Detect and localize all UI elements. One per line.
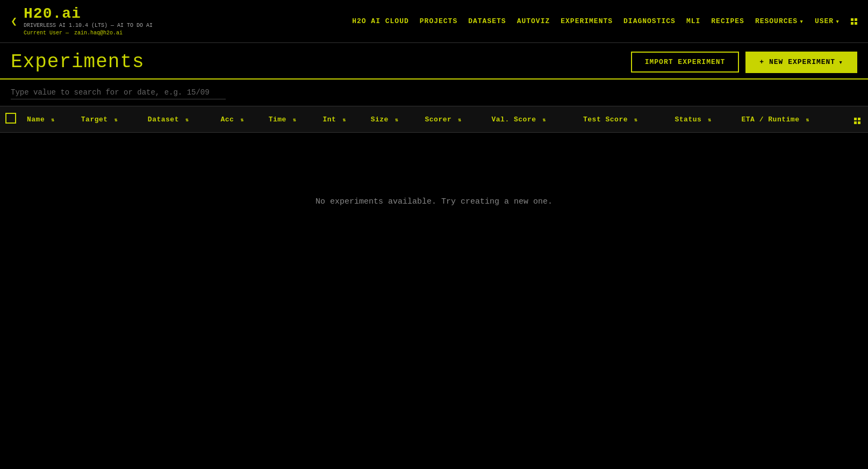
new-experiment-arrow-icon: ▾ [838,58,843,67]
logo-section: ❮ H20.ai DRIVERLESS AI 1.10.4 (LTS) — AI… [11,5,153,37]
nav-recipes[interactable]: RECIPES [711,17,744,25]
sort-target-icon: ⇅ [114,117,118,123]
experiments-table: Name ⇅ Target ⇅ Dataset ⇅ Acc ⇅ Time ⇅ [0,106,868,271]
nav-experiments[interactable]: EXPERIMENTS [561,17,613,25]
subtitle-line2: Current User — zain.haq@h2o.ai [24,30,153,37]
nav-autoviz[interactable]: AUTOVIZ [517,17,550,25]
sort-val-score-icon: ⇅ [543,117,547,123]
col-grid-options[interactable] [847,106,868,133]
sort-size-icon: ⇅ [395,117,399,123]
search-section [0,80,868,106]
sort-eta-runtime-icon: ⇅ [806,117,810,123]
search-input[interactable] [11,86,226,99]
nav-diagnostics[interactable]: DIAGNOSTICS [623,17,676,25]
nav-user[interactable]: USER ▾ [815,17,840,26]
import-experiment-button[interactable]: IMPORT EXPERIMENT [631,52,740,73]
page-title: Experiments [11,51,145,73]
top-navigation: ❮ H20.ai DRIVERLESS AI 1.10.4 (LTS) — AI… [0,0,868,43]
sort-dataset-icon: ⇅ [185,117,189,123]
empty-state-row: No experiments available. Try creating a… [0,133,868,271]
col-val-score[interactable]: Val. Score ⇅ [486,106,578,133]
subtitle-user-email[interactable]: zain.haq@h2o.ai [74,30,123,36]
logo-brand: H20.ai DRIVERLESS AI 1.10.4 (LTS) — AI T… [24,5,153,37]
col-time[interactable]: Time ⇅ [263,106,318,133]
sort-acc-icon: ⇅ [241,117,245,123]
col-name[interactable]: Name ⇅ [21,106,76,133]
col-size[interactable]: Size ⇅ [365,106,420,133]
subtitle-user-prefix: Current User — [24,30,69,36]
columns-toggle-icon[interactable] [854,118,860,124]
new-experiment-label: + NEW EXPERIMENT [759,58,835,66]
nav-links: H2O AI CLOUD PROJECTS DATASETS AUTOVIZ E… [352,17,857,26]
col-status[interactable]: Status ⇅ [669,106,736,133]
select-all-column[interactable] [0,106,21,133]
col-dataset[interactable]: Dataset ⇅ [142,106,216,133]
empty-message: No experiments available. Try creating a… [0,133,868,271]
sort-time-icon: ⇅ [293,117,297,123]
new-experiment-button[interactable]: + NEW EXPERIMENT ▾ [745,52,857,73]
sort-scorer-icon: ⇅ [458,117,462,123]
subtitle-line1: DRIVERLESS AI 1.10.4 (LTS) — AI TO DO AI [24,22,153,30]
logo-text: H20.ai [24,5,153,22]
col-test-score[interactable]: Test Score ⇅ [578,106,669,133]
table-header: Name ⇅ Target ⇅ Dataset ⇅ Acc ⇅ Time ⇅ [0,106,868,133]
logo-chevron-icon: ❮ [11,15,17,28]
col-target[interactable]: Target ⇅ [76,106,142,133]
user-arrow-icon: ▾ [835,17,840,26]
col-acc[interactable]: Acc ⇅ [215,106,263,133]
nav-resources[interactable]: RESOURCES ▾ [755,17,804,26]
sort-int-icon: ⇅ [343,117,347,123]
experiments-table-container: Name ⇅ Target ⇅ Dataset ⇅ Acc ⇅ Time ⇅ [0,106,868,271]
col-eta-runtime[interactable]: ETA / Runtime ⇅ [736,106,847,133]
resources-arrow-icon: ▾ [799,17,804,26]
col-scorer[interactable]: Scorer ⇅ [419,106,486,133]
nav-mli[interactable]: MLI [686,17,700,25]
header-actions: IMPORT EXPERIMENT + NEW EXPERIMENT ▾ [631,52,857,73]
table-body: No experiments available. Try creating a… [0,133,868,271]
sort-name-icon: ⇅ [52,117,55,123]
nav-h2o-ai-cloud[interactable]: H2O AI CLOUD [352,17,409,25]
col-int[interactable]: Int ⇅ [317,106,365,133]
sort-status-icon: ⇅ [708,117,712,123]
nav-projects[interactable]: PROJECTS [420,17,457,25]
logo-subtitle: DRIVERLESS AI 1.10.4 (LTS) — AI TO DO AI… [24,22,153,37]
select-all-checkbox[interactable] [5,113,16,124]
sort-test-score-icon: ⇅ [634,117,638,123]
grid-layout-icon[interactable] [851,18,857,25]
nav-datasets[interactable]: DATASETS [468,17,506,25]
page-header: Experiments IMPORT EXPERIMENT + NEW EXPE… [0,43,868,80]
